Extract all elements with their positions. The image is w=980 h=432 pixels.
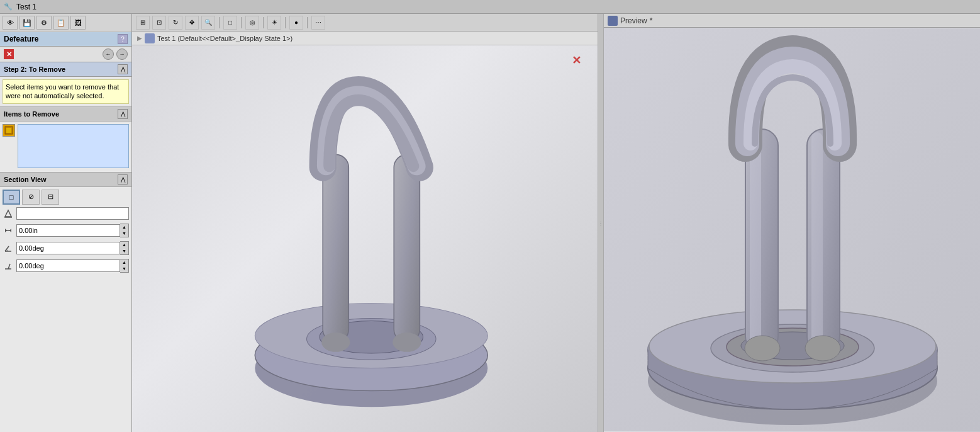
angle1-input[interactable]: 0.00deg <box>16 242 120 254</box>
angle1-input-row: 0.00deg ▲ ▼ <box>3 241 129 255</box>
toolbar-sep-5 <box>307 17 308 28</box>
model-svg <box>132 45 598 432</box>
pan-btn[interactable]: ✥ <box>185 16 199 30</box>
viewport-3d[interactable]: ✕ <box>132 45 598 432</box>
angle2-spinner: ▲ ▼ <box>120 259 129 273</box>
section-plane-zonal-btn[interactable]: ⊟ <box>42 190 59 205</box>
items-remove-collapse-btn[interactable]: ⋀ <box>118 109 128 119</box>
step2-title: Step 2: To Remove <box>4 65 65 73</box>
toolbar-sep-3 <box>263 17 264 28</box>
view-orientation-btn[interactable]: 👁 <box>3 16 18 30</box>
svg-rect-17 <box>394 154 420 342</box>
offset-down-btn[interactable]: ▼ <box>120 230 128 237</box>
item-type-icon <box>3 124 15 137</box>
step2-header: Step 2: To Remove ⋀ <box>0 62 131 77</box>
toolbar-sep-2 <box>241 17 242 28</box>
items-remove-header: Items to Remove ⋀ <box>0 106 131 122</box>
svg-point-19 <box>393 333 421 352</box>
breadcrumb-bar: ▶ Test 1 (Default<<Default>_Display Stat… <box>132 31 598 45</box>
center-viewport: ⊞ ⊡ ↻ ✥ 🔍 □ ◎ ☀ ● ⋯ ▶ Test 1 (Default<<D… <box>132 14 598 432</box>
angle2-input-row: 0.00deg ▲ ▼ <box>3 259 129 273</box>
angle2-up-btn[interactable]: ▲ <box>120 259 128 266</box>
section-view-collapse-btn[interactable]: ⋀ <box>118 174 128 185</box>
offset-value-container: 0.00in ▲ ▼ <box>16 224 129 237</box>
angle2-down-btn[interactable]: ▼ <box>120 266 128 272</box>
svg-marker-6 <box>9 229 11 232</box>
svg-point-33 <box>805 336 840 361</box>
viewport-toolbar: ⊞ ⊡ ↻ ✥ 🔍 □ ◎ ☀ ● ⋯ <box>132 14 598 31</box>
zoom-fit-btn[interactable]: ⊞ <box>136 16 150 30</box>
preview-icon <box>608 16 618 26</box>
preview-title: Preview <box>620 16 647 25</box>
model-doc-icon <box>145 33 155 43</box>
plane-input-field[interactable] <box>16 207 129 220</box>
left-toolbar: 👁 💾 ⚙ 📋 🖼 <box>0 14 131 32</box>
display-mode-btn[interactable]: □ <box>223 16 237 30</box>
save-btn[interactable]: 💾 <box>19 16 35 30</box>
title-bar: 🔧 Test 1 <box>0 0 980 14</box>
defeature-controls: ? <box>118 34 128 44</box>
preview-3d-viewport[interactable] <box>604 28 980 432</box>
help-button[interactable]: ? <box>118 34 128 44</box>
angle1-spinner: ▲ ▼ <box>120 241 129 255</box>
main-layout: 👁 💾 ⚙ 📋 🖼 Defeature ? ✕ ← → Step 2: To R… <box>0 14 980 432</box>
zoom-box-btn[interactable]: ⊡ <box>152 16 166 30</box>
rotate-btn[interactable]: ↻ <box>169 16 182 30</box>
panel-divider[interactable]: ⋮ <box>598 14 604 432</box>
section-view-area: □ ⊘ ⊟ <box>0 187 131 276</box>
defeature-title: Defeature <box>4 35 38 43</box>
divider-grip-icon: ⋮ <box>598 220 603 226</box>
offset-spinner: ▲ ▼ <box>120 224 129 237</box>
preview-svg <box>604 28 980 432</box>
offset-up-btn[interactable]: ▲ <box>120 224 128 230</box>
model-background: ✕ <box>132 45 598 432</box>
angle1-up-btn[interactable]: ▲ <box>120 242 128 248</box>
items-area <box>0 122 131 172</box>
offset-input[interactable]: 0.00in <box>16 224 120 237</box>
nav-row: ✕ ← → <box>0 47 131 62</box>
more-btn[interactable]: ⋯ <box>311 16 325 30</box>
svg-point-18 <box>321 333 350 352</box>
preview-asterisk: * <box>650 16 653 25</box>
preview-header: Preview * <box>604 14 980 28</box>
svg-marker-5 <box>5 229 7 232</box>
toolbar-sep-4 <box>285 17 286 28</box>
angle1-icon <box>3 242 14 254</box>
zoom-in-btn[interactable]: 🔍 <box>201 16 215 30</box>
section-view-type-buttons: □ ⊘ ⊟ <box>3 190 129 205</box>
instruction-text: Select items you want to remove that wer… <box>3 79 129 104</box>
back-button[interactable]: ← <box>103 48 114 60</box>
breadcrumb-text: Test 1 (Default<<Default>_Display State … <box>157 35 292 42</box>
section-plane-zone-btn[interactable]: ⊘ <box>22 190 40 205</box>
feature-manager-btn[interactable]: 📋 <box>53 16 69 30</box>
angle2-input[interactable]: 0.00deg <box>16 259 120 272</box>
svg-rect-16 <box>323 154 348 342</box>
angle2-value-container: 0.00deg ▲ ▼ <box>16 259 129 273</box>
options-btn[interactable]: ⚙ <box>36 16 52 30</box>
ambient-btn[interactable]: ● <box>289 16 303 30</box>
toolbar-sep-1 <box>219 17 220 28</box>
angle1-value-container: 0.00deg ▲ ▼ <box>16 241 129 255</box>
offset-input-row: 0.00in ▲ ▼ <box>3 224 129 237</box>
viewport-close-x-btn[interactable]: ✕ <box>567 52 585 69</box>
appearance-btn[interactable]: ◎ <box>245 16 259 30</box>
light-btn[interactable]: ☀ <box>267 16 281 30</box>
section-view-header: Section View ⋀ <box>0 172 131 187</box>
step2-collapse-btn[interactable]: ⋀ <box>118 64 128 74</box>
defeature-header: Defeature ? <box>0 32 131 47</box>
next-button[interactable]: → <box>116 48 128 60</box>
items-selection-box[interactable] <box>18 124 129 168</box>
plane-input-row <box>3 207 129 220</box>
svg-rect-1 <box>6 128 11 133</box>
section-plane-flat-btn[interactable]: □ <box>3 190 20 205</box>
display-manager-btn[interactable]: 🖼 <box>70 16 86 30</box>
svg-rect-31 <box>811 132 823 346</box>
right-panel-preview: Preview * <box>604 14 980 432</box>
close-defeature-button[interactable]: ✕ <box>4 49 14 59</box>
angle1-down-btn[interactable]: ▼ <box>120 248 128 254</box>
angle2-icon <box>3 260 14 271</box>
section-view-title: Section View <box>4 176 47 183</box>
left-panel: 👁 💾 ⚙ 📋 🖼 Defeature ? ✕ ← → Step 2: To R… <box>0 14 132 432</box>
svg-marker-2 <box>5 210 11 217</box>
svg-point-32 <box>745 336 780 361</box>
